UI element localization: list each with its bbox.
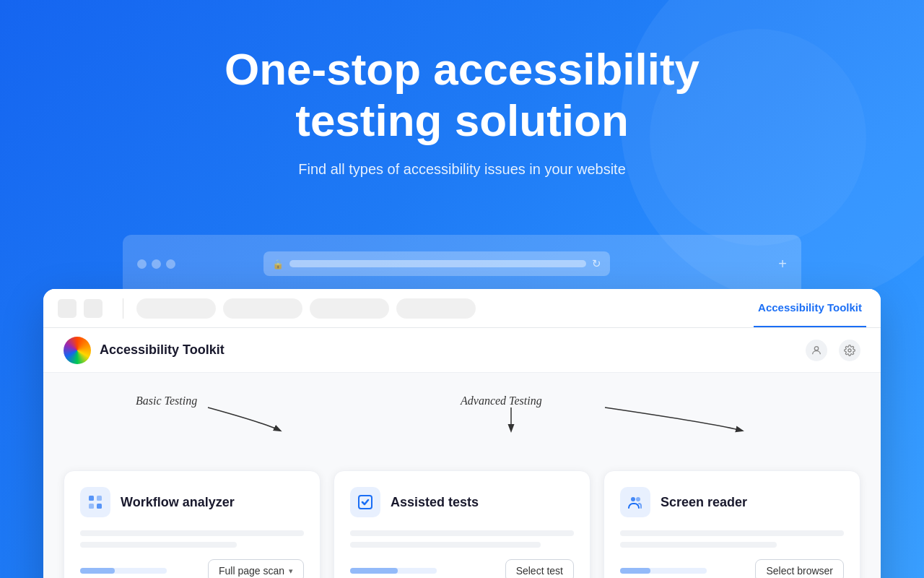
content-line-1 bbox=[350, 530, 574, 536]
screen-reader-content bbox=[620, 530, 844, 548]
main-content: Basic Testing Advanced Testing bbox=[43, 373, 881, 578]
browser-dot-red bbox=[137, 259, 147, 269]
tab-2[interactable] bbox=[223, 298, 302, 319]
workflow-analyzer-icon bbox=[80, 487, 110, 517]
tab-accessibility-toolkit[interactable]: Accessibility Toolkit bbox=[754, 289, 866, 327]
content-line-1 bbox=[620, 530, 844, 536]
screen-reader-progress-fill bbox=[620, 568, 650, 574]
workflow-analyzer-title: Workflow analyzer bbox=[121, 495, 235, 510]
screen-reader-progress bbox=[620, 568, 707, 574]
tab-bar: Accessibility Toolkit bbox=[43, 289, 881, 328]
svg-rect-5 bbox=[97, 504, 102, 509]
hero-title: One-stop accessibilitytesting solution bbox=[225, 43, 699, 147]
assisted-tests-card: Assisted tests Select test bbox=[334, 470, 590, 578]
workflow-progress bbox=[80, 568, 167, 574]
svg-point-7 bbox=[631, 497, 635, 501]
app-header: Accessibility Toolkit bbox=[43, 328, 881, 373]
tab-icon-grid bbox=[58, 299, 77, 318]
new-tab-icon: + bbox=[778, 256, 787, 272]
address-bar-text bbox=[289, 260, 586, 267]
assisted-tests-icon bbox=[350, 487, 380, 517]
content-line-2 bbox=[350, 542, 541, 548]
app-panel: Accessibility Toolkit Accessibility Tool… bbox=[43, 289, 881, 578]
svg-point-1 bbox=[848, 349, 851, 352]
select-test-label: Select test bbox=[516, 565, 563, 577]
workflow-analyzer-header: Workflow analyzer bbox=[80, 487, 304, 517]
assisted-progress bbox=[350, 568, 437, 574]
browser-chrome: 🔒 ↻ + bbox=[123, 235, 801, 293]
tab-window-controls bbox=[58, 299, 103, 318]
user-icon[interactable] bbox=[806, 340, 827, 361]
select-browser-label: Select browser bbox=[766, 565, 833, 577]
hero-subtitle: Find all types of accessibility issues i… bbox=[298, 161, 626, 178]
annotations-area: Basic Testing Advanced Testing bbox=[64, 394, 860, 434]
assisted-tests-content bbox=[350, 530, 574, 548]
workflow-analyzer-footer: Full page scan ▾ bbox=[80, 559, 304, 578]
refresh-icon: ↻ bbox=[592, 257, 601, 270]
svg-rect-4 bbox=[89, 504, 94, 509]
tab-4[interactable] bbox=[396, 298, 476, 319]
assisted-tests-footer: Select test bbox=[350, 559, 574, 578]
svg-rect-2 bbox=[89, 496, 94, 501]
browser-dot-yellow bbox=[152, 259, 161, 269]
select-browser-button[interactable]: Select browser bbox=[755, 559, 844, 578]
select-test-button[interactable]: Select test bbox=[505, 559, 574, 578]
full-page-scan-label: Full page scan bbox=[219, 565, 284, 577]
screen-reader-footer: Select browser bbox=[620, 559, 844, 578]
tab-3[interactable] bbox=[310, 298, 389, 319]
tab-1[interactable] bbox=[136, 298, 216, 319]
content-line-2 bbox=[80, 542, 237, 548]
screen-reader-header: Screen reader bbox=[620, 487, 844, 517]
svg-rect-3 bbox=[97, 496, 102, 501]
svg-point-0 bbox=[814, 346, 818, 350]
screen-reader-card: Screen reader Select browser bbox=[603, 470, 860, 578]
full-page-scan-button[interactable]: Full page scan ▾ bbox=[208, 559, 304, 578]
app-logo bbox=[64, 337, 91, 364]
annotation-arrows bbox=[64, 394, 860, 434]
workflow-analyzer-card: Workflow analyzer Full page scan ▾ bbox=[64, 470, 321, 578]
workflow-progress-fill bbox=[80, 568, 115, 574]
content-line-2 bbox=[620, 542, 777, 548]
browser-dot-green bbox=[166, 259, 175, 269]
tab-icon-monitor bbox=[84, 299, 103, 318]
browser-address-bar: 🔒 ↻ bbox=[263, 251, 610, 276]
cards-container: Workflow analyzer Full page scan ▾ bbox=[64, 470, 860, 578]
settings-icon[interactable] bbox=[839, 340, 860, 361]
workflow-analyzer-content bbox=[80, 530, 304, 548]
content-line-1 bbox=[80, 530, 304, 536]
chevron-down-icon: ▾ bbox=[289, 566, 293, 576]
lock-icon: 🔒 bbox=[272, 259, 284, 269]
tab-divider bbox=[123, 298, 123, 319]
browser-traffic-lights bbox=[137, 259, 175, 269]
screen-reader-icon bbox=[620, 487, 650, 517]
app-name: Accessibility Toolkit bbox=[100, 342, 225, 358]
header-icons bbox=[806, 340, 860, 361]
assisted-tests-header: Assisted tests bbox=[350, 487, 574, 517]
assisted-progress-fill bbox=[350, 568, 398, 574]
assisted-tests-title: Assisted tests bbox=[391, 495, 479, 510]
screen-reader-title: Screen reader bbox=[661, 495, 747, 510]
svg-point-8 bbox=[636, 497, 640, 501]
